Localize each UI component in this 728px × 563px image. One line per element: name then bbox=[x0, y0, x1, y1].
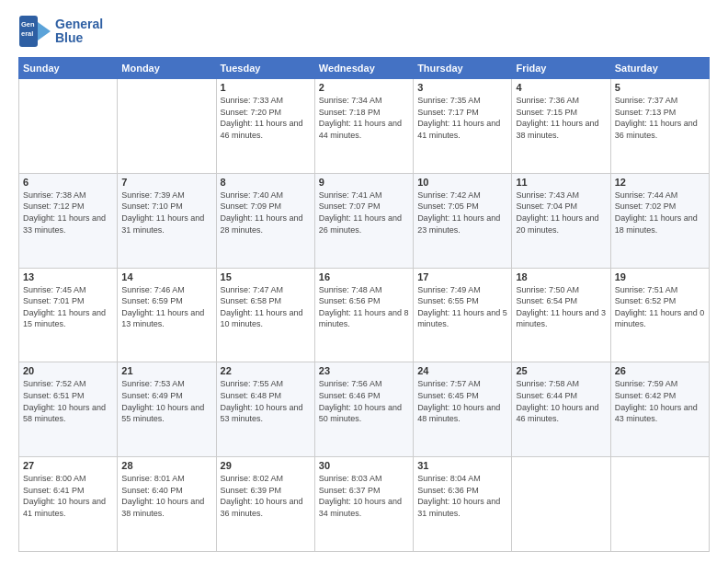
day-info: Sunrise: 7:35 AM Sunset: 7:17 PM Dayligh… bbox=[417, 95, 507, 141]
day-info: Sunrise: 7:45 AM Sunset: 7:01 PM Dayligh… bbox=[23, 284, 113, 330]
day-number: 29 bbox=[221, 460, 311, 471]
day-of-week-header: Monday bbox=[118, 58, 216, 79]
day-info: Sunrise: 7:51 AM Sunset: 6:52 PM Dayligh… bbox=[615, 284, 705, 330]
calendar-cell: 29Sunrise: 8:02 AM Sunset: 6:39 PM Dayli… bbox=[216, 457, 314, 552]
calendar-cell: 7Sunrise: 7:39 AM Sunset: 7:10 PM Daylig… bbox=[118, 173, 216, 268]
day-info: Sunrise: 7:33 AM Sunset: 7:20 PM Dayligh… bbox=[221, 95, 311, 141]
calendar-cell: 6Sunrise: 7:38 AM Sunset: 7:12 PM Daylig… bbox=[19, 173, 118, 268]
calendar-week-row: 20Sunrise: 7:52 AM Sunset: 6:51 PM Dayli… bbox=[19, 362, 710, 457]
day-number: 1 bbox=[221, 82, 311, 93]
calendar-week-row: 1Sunrise: 7:33 AM Sunset: 7:20 PM Daylig… bbox=[19, 79, 710, 174]
day-number: 22 bbox=[221, 365, 311, 376]
calendar-week-row: 13Sunrise: 7:45 AM Sunset: 7:01 PM Dayli… bbox=[19, 268, 710, 362]
calendar-cell: 15Sunrise: 7:47 AM Sunset: 6:58 PM Dayli… bbox=[216, 268, 314, 362]
calendar-cell: 30Sunrise: 8:03 AM Sunset: 6:37 PM Dayli… bbox=[314, 457, 413, 552]
day-number: 18 bbox=[516, 271, 606, 282]
calendar-cell: 31Sunrise: 8:04 AM Sunset: 6:36 PM Dayli… bbox=[414, 457, 512, 552]
calendar-cell: 11Sunrise: 7:43 AM Sunset: 7:04 PM Dayli… bbox=[512, 173, 610, 268]
calendar-header-row: SundayMondayTuesdayWednesdayThursdayFrid… bbox=[19, 58, 710, 79]
day-number: 13 bbox=[23, 271, 113, 282]
day-info: Sunrise: 7:39 AM Sunset: 7:10 PM Dayligh… bbox=[121, 190, 211, 236]
calendar-cell: 19Sunrise: 7:51 AM Sunset: 6:52 PM Dayli… bbox=[610, 268, 709, 362]
day-number: 20 bbox=[23, 365, 113, 376]
day-of-week-header: Saturday bbox=[610, 58, 709, 79]
day-number: 5 bbox=[615, 82, 705, 93]
calendar-table: SundayMondayTuesdayWednesdayThursdayFrid… bbox=[18, 57, 710, 552]
day-info: Sunrise: 7:44 AM Sunset: 7:02 PM Dayligh… bbox=[615, 190, 705, 236]
calendar-cell bbox=[19, 79, 118, 174]
day-info: Sunrise: 7:55 AM Sunset: 6:48 PM Dayligh… bbox=[221, 378, 311, 424]
day-info: Sunrise: 7:52 AM Sunset: 6:51 PM Dayligh… bbox=[23, 378, 113, 424]
day-number: 15 bbox=[221, 271, 311, 282]
calendar-cell: 14Sunrise: 7:46 AM Sunset: 6:59 PM Dayli… bbox=[118, 268, 216, 362]
day-info: Sunrise: 7:42 AM Sunset: 7:05 PM Dayligh… bbox=[417, 190, 507, 236]
calendar-cell: 12Sunrise: 7:44 AM Sunset: 7:02 PM Dayli… bbox=[610, 173, 709, 268]
day-info: Sunrise: 7:47 AM Sunset: 6:58 PM Dayligh… bbox=[221, 284, 311, 330]
day-number: 14 bbox=[121, 271, 211, 282]
svg-text:eral: eral bbox=[21, 29, 33, 38]
calendar-cell: 25Sunrise: 7:58 AM Sunset: 6:44 PM Dayli… bbox=[512, 362, 610, 457]
day-number: 7 bbox=[121, 177, 211, 188]
calendar-cell: 21Sunrise: 7:53 AM Sunset: 6:49 PM Dayli… bbox=[118, 362, 216, 457]
day-number: 27 bbox=[23, 460, 113, 471]
day-number: 12 bbox=[615, 177, 705, 188]
day-info: Sunrise: 8:01 AM Sunset: 6:40 PM Dayligh… bbox=[121, 473, 211, 519]
day-number: 19 bbox=[615, 271, 705, 282]
day-info: Sunrise: 8:03 AM Sunset: 6:37 PM Dayligh… bbox=[319, 473, 409, 519]
logo-general: General bbox=[55, 17, 103, 31]
day-info: Sunrise: 7:46 AM Sunset: 6:59 PM Dayligh… bbox=[121, 284, 211, 330]
day-of-week-header: Sunday bbox=[19, 58, 118, 79]
calendar-cell: 26Sunrise: 7:59 AM Sunset: 6:42 PM Dayli… bbox=[610, 362, 709, 457]
svg-marker-3 bbox=[38, 22, 51, 40]
day-number: 10 bbox=[417, 177, 507, 188]
day-info: Sunrise: 7:50 AM Sunset: 6:54 PM Dayligh… bbox=[516, 284, 606, 330]
day-of-week-header: Friday bbox=[512, 58, 610, 79]
day-info: Sunrise: 7:40 AM Sunset: 7:09 PM Dayligh… bbox=[221, 190, 311, 236]
logo-svg: Gen eral bbox=[18, 15, 51, 48]
calendar-cell: 23Sunrise: 7:56 AM Sunset: 6:46 PM Dayli… bbox=[314, 362, 413, 457]
calendar-cell: 9Sunrise: 7:41 AM Sunset: 7:07 PM Daylig… bbox=[314, 173, 413, 268]
day-number: 25 bbox=[516, 365, 606, 376]
day-info: Sunrise: 7:41 AM Sunset: 7:07 PM Dayligh… bbox=[319, 190, 409, 236]
calendar-cell: 10Sunrise: 7:42 AM Sunset: 7:05 PM Dayli… bbox=[414, 173, 512, 268]
day-of-week-header: Wednesday bbox=[314, 58, 413, 79]
calendar-cell: 16Sunrise: 7:48 AM Sunset: 6:56 PM Dayli… bbox=[314, 268, 413, 362]
calendar-cell: 13Sunrise: 7:45 AM Sunset: 7:01 PM Dayli… bbox=[19, 268, 118, 362]
day-number: 28 bbox=[121, 460, 211, 471]
day-info: Sunrise: 7:49 AM Sunset: 6:55 PM Dayligh… bbox=[417, 284, 507, 330]
calendar-cell: 18Sunrise: 7:50 AM Sunset: 6:54 PM Dayli… bbox=[512, 268, 610, 362]
day-info: Sunrise: 7:38 AM Sunset: 7:12 PM Dayligh… bbox=[23, 190, 113, 236]
day-number: 23 bbox=[319, 365, 409, 376]
calendar-cell: 28Sunrise: 8:01 AM Sunset: 6:40 PM Dayli… bbox=[118, 457, 216, 552]
day-number: 16 bbox=[319, 271, 409, 282]
calendar-cell: 24Sunrise: 7:57 AM Sunset: 6:45 PM Dayli… bbox=[414, 362, 512, 457]
day-info: Sunrise: 7:36 AM Sunset: 7:15 PM Dayligh… bbox=[516, 95, 606, 141]
calendar-cell: 8Sunrise: 7:40 AM Sunset: 7:09 PM Daylig… bbox=[216, 173, 314, 268]
calendar-cell: 3Sunrise: 7:35 AM Sunset: 7:17 PM Daylig… bbox=[414, 79, 512, 174]
svg-text:Gen: Gen bbox=[21, 20, 35, 29]
page: Gen eral General Blue SundayMondayTuesda… bbox=[0, 0, 728, 563]
day-number: 4 bbox=[516, 82, 606, 93]
day-number: 9 bbox=[319, 177, 409, 188]
calendar-week-row: 27Sunrise: 8:00 AM Sunset: 6:41 PM Dayli… bbox=[19, 457, 710, 552]
calendar-cell: 20Sunrise: 7:52 AM Sunset: 6:51 PM Dayli… bbox=[19, 362, 118, 457]
header: Gen eral General Blue bbox=[18, 15, 710, 48]
calendar-cell: 27Sunrise: 8:00 AM Sunset: 6:41 PM Dayli… bbox=[19, 457, 118, 552]
day-info: Sunrise: 7:48 AM Sunset: 6:56 PM Dayligh… bbox=[319, 284, 409, 330]
calendar-week-row: 6Sunrise: 7:38 AM Sunset: 7:12 PM Daylig… bbox=[19, 173, 710, 268]
calendar-cell bbox=[610, 457, 709, 552]
day-info: Sunrise: 8:02 AM Sunset: 6:39 PM Dayligh… bbox=[221, 473, 311, 519]
day-number: 24 bbox=[417, 365, 507, 376]
day-info: Sunrise: 7:53 AM Sunset: 6:49 PM Dayligh… bbox=[121, 378, 211, 424]
calendar-cell: 1Sunrise: 7:33 AM Sunset: 7:20 PM Daylig… bbox=[216, 79, 314, 174]
day-info: Sunrise: 7:43 AM Sunset: 7:04 PM Dayligh… bbox=[516, 190, 606, 236]
logo: Gen eral General Blue bbox=[18, 15, 103, 48]
day-number: 6 bbox=[23, 177, 113, 188]
calendar-cell: 22Sunrise: 7:55 AM Sunset: 6:48 PM Dayli… bbox=[216, 362, 314, 457]
day-number: 11 bbox=[516, 177, 606, 188]
day-of-week-header: Thursday bbox=[414, 58, 512, 79]
day-info: Sunrise: 7:58 AM Sunset: 6:44 PM Dayligh… bbox=[516, 378, 606, 424]
calendar-cell bbox=[512, 457, 610, 552]
day-info: Sunrise: 7:56 AM Sunset: 6:46 PM Dayligh… bbox=[319, 378, 409, 424]
day-info: Sunrise: 7:34 AM Sunset: 7:18 PM Dayligh… bbox=[319, 95, 409, 141]
